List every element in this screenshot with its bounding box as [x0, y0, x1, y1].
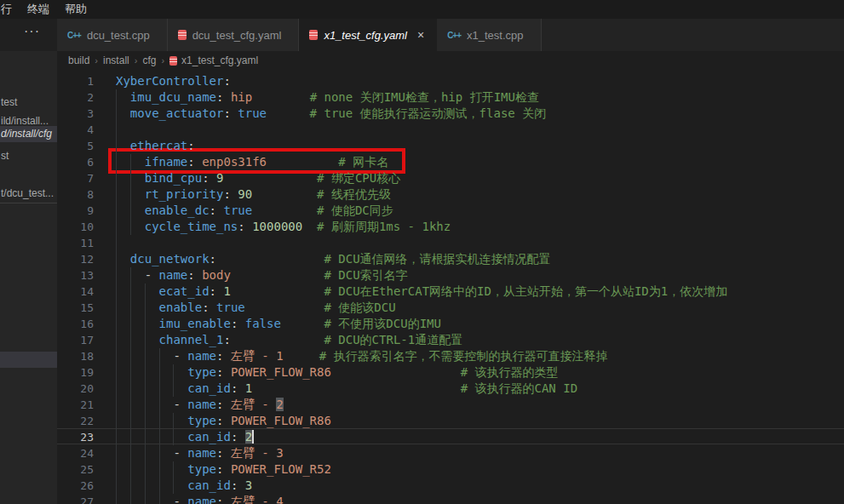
menu-item-行[interactable]: 行: [0, 2, 20, 17]
tab-dcu_test_cfg.yaml[interactable]: dcu_test_cfg.yaml: [168, 19, 300, 51]
tab-dcu_test.cpp[interactable]: C++dcu_test.cpp: [57, 19, 168, 51]
indent-guide: [116, 154, 117, 170]
token: :: [187, 268, 194, 282]
token: -: [173, 349, 187, 363]
token: [116, 284, 159, 298]
list-item[interactable]: d/install/cfg: [0, 126, 57, 142]
code-line[interactable]: 7 bind_cpu: 9 # 绑定CPU核心: [57, 169, 844, 186]
editor[interactable]: 1XyberController:2 imu_dcu_name: hip # n…: [57, 70, 844, 504]
code-line[interactable]: 9 enable_dc: true # 使能DC同步: [57, 202, 844, 218]
text-cursor: [252, 430, 254, 444]
token: 2: [245, 430, 252, 444]
indent-guide: [116, 478, 117, 494]
token: 1000000: [252, 220, 302, 233]
code-line[interactable]: 11: [57, 234, 844, 250]
code-line[interactable]: 4: [57, 121, 844, 137]
indent-guide: [159, 413, 160, 429]
token: [267, 155, 338, 169]
code-line[interactable]: 6 ifname: enp0s31f6 # 网卡名: [57, 153, 844, 169]
line-number: 14: [57, 284, 106, 298]
code-line[interactable]: 22 type: POWER_FLOW_R86: [57, 412, 844, 428]
indent-guide: [116, 138, 117, 154]
token: 1: [223, 284, 230, 298]
indent-guide: [130, 348, 131, 364]
close-icon[interactable]: ×: [416, 28, 426, 42]
breadcrumb: build›install›cfg›x1_test_cfg.yaml: [57, 51, 844, 70]
code-line[interactable]: 3 move_actuator: true # true 使能执行器运动测试，f…: [57, 105, 844, 121]
code-line[interactable]: 17 channel_1: # DCU的CTRL-1通道配置: [57, 331, 844, 347]
token: # DCU的CTRL-1通道配置: [324, 333, 462, 346]
indent-guide: [116, 348, 117, 364]
code-line[interactable]: 5 ethercat:: [57, 137, 844, 153]
indent-guide: [116, 106, 117, 122]
code-line[interactable]: 25 type: POWER_FLOW_R52: [57, 461, 844, 477]
line-number: 13: [57, 267, 106, 282]
line-number: 5: [57, 138, 106, 152]
code-content: [116, 235, 844, 249]
token: [223, 90, 230, 104]
code-line[interactable]: 13 - name: body # DCU索引名字: [57, 266, 844, 283]
indent-guide: [116, 203, 117, 219]
more-actions-icon[interactable]: ···: [24, 24, 40, 39]
token: [223, 398, 230, 411]
token: [116, 139, 130, 152]
breadcrumb-item[interactable]: install: [103, 54, 129, 66]
token: [223, 462, 230, 476]
line-number: 11: [57, 235, 106, 249]
code-line[interactable]: 26 can_id: 3: [57, 477, 844, 493]
token: type: [187, 365, 216, 379]
code-line[interactable]: 27 - name: 左臂 - 4: [57, 493, 844, 504]
token: # 刷新周期1ms - 1khz: [317, 220, 451, 233]
tab-x1_test.cpp[interactable]: C++x1_test.cpp: [437, 19, 541, 51]
code-content: can_id: 3: [116, 478, 844, 492]
token: [116, 414, 187, 427]
code-line[interactable]: 18 - name: 左臂 - 1 # 执行器索引名字，不需要控制的执行器可直接…: [57, 347, 844, 364]
code-line[interactable]: 20 can_id: 1 # 该执行器的CAN ID: [57, 380, 844, 396]
code-line[interactable]: 23 can_id: 2: [57, 428, 844, 444]
indent-guide: [116, 494, 117, 504]
token: 2: [276, 398, 283, 411]
token: can_id: [187, 430, 231, 444]
tab-x1_test_cfg.yaml[interactable]: x1_test_cfg.yaml×: [299, 19, 437, 51]
code-line[interactable]: 16 imu_enable: false # 不使用该DCU的IMU: [57, 315, 844, 331]
menu-item-终端[interactable]: 终端: [20, 2, 57, 17]
code-content: - name: body # DCU索引名字: [116, 267, 844, 282]
token: -: [145, 268, 159, 282]
token: [223, 414, 230, 427]
token: :: [187, 139, 194, 152]
list-item[interactable]: test: [0, 94, 57, 111]
code-line[interactable]: 12 dcu_network: # DCU通信网络，请根据实机连接情况配置: [57, 250, 844, 266]
breadcrumb-file[interactable]: x1_test_cfg.yaml: [181, 54, 258, 66]
token: 左臂 - 1: [231, 349, 284, 363]
code-line[interactable]: 24 - name: 左臂 - 3: [57, 444, 844, 461]
breadcrumb-item[interactable]: cfg: [142, 54, 156, 66]
tab-label: dcu_test_cfg.yaml: [192, 29, 282, 42]
token: [116, 478, 187, 492]
list-item[interactable]: st: [0, 148, 57, 164]
yaml-file-icon: [309, 30, 318, 40]
menu-bar: 行终端帮助: [0, 0, 844, 19]
token: 90: [238, 187, 252, 201]
code-line[interactable]: 19 type: POWER_FLOW_R86 # 该执行器的类型: [57, 364, 844, 380]
code-line[interactable]: 15 enable: true # 使能该DCU: [57, 299, 844, 315]
code-line[interactable]: 21 - name: 左臂 - 2: [57, 396, 844, 412]
list-item[interactable]: [0, 352, 57, 368]
token: 左臂 - 3: [231, 446, 284, 460]
code-line[interactable]: 8 rt_priority: 90 # 线程优先级: [57, 186, 844, 202]
code-line[interactable]: 14 ecat_id: 1 # DCU在EtherCAT网络中的ID，从主站开始…: [57, 283, 844, 299]
token: :: [223, 333, 230, 346]
indent-guide: [116, 219, 117, 235]
list-item[interactable]: t/dcu_test...: [0, 186, 57, 202]
code-line[interactable]: 2 imu_dcu_name: hip # none 关闭IMU检查，hip 打…: [57, 89, 844, 105]
token: name: [187, 446, 216, 460]
token: move_actuator: [130, 106, 224, 120]
line-number: 20: [57, 381, 106, 395]
token: # 该执行器的CAN ID: [461, 381, 577, 395]
token: 3: [245, 478, 252, 492]
breadcrumb-item[interactable]: build: [68, 54, 89, 66]
code-line[interactable]: 1XyberController:: [57, 72, 844, 89]
token: channel_1: [159, 333, 224, 346]
menu-item-帮助[interactable]: 帮助: [57, 2, 95, 17]
token: [331, 365, 461, 379]
code-line[interactable]: 10 cycle_time_ns: 1000000 # 刷新周期1ms - 1k…: [57, 218, 844, 234]
